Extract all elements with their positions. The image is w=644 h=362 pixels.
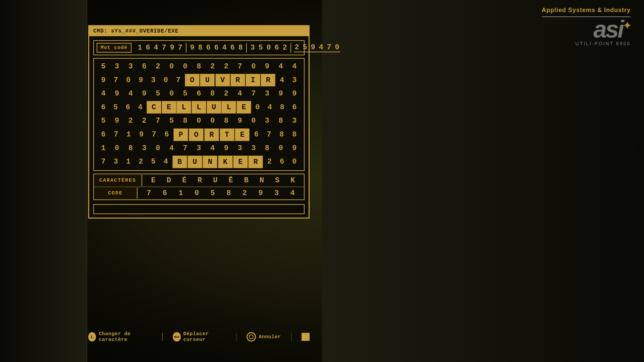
controls-separator-2 — [236, 333, 237, 341]
mot-code-group-2: 9 8 6 6 4 6 8 — [189, 44, 244, 52]
grid-cell: 5 — [97, 115, 109, 127]
grid-cell: 9 — [220, 142, 232, 154]
word-cell-E4: E — [233, 156, 248, 168]
grid-cell: 8 — [220, 115, 232, 127]
grid-cell: 6 — [97, 129, 109, 140]
mot-num: 9 — [310, 43, 316, 52]
char-val: B — [240, 176, 252, 185]
control-cancel: Annuler — [247, 332, 281, 342]
mot-num: 9 — [189, 44, 195, 52]
word-cell-U: U — [200, 74, 215, 86]
grid-row: 1 0 8 3 0 4 7 3 4 9 3 3 8 0 9 — [95, 142, 303, 155]
grid-cell: 6 — [193, 88, 205, 100]
grid-cell: 1 — [97, 142, 109, 154]
grid-cell: 3 — [147, 74, 159, 86]
grid-section: 5 3 3 6 2 0 0 8 2 2 7 0 9 4 4 9 7 0 9 3 … — [93, 58, 305, 171]
char-val: Ê — [225, 176, 237, 185]
word-cell-R: R — [230, 74, 245, 86]
asi-logo-container: Applied Systems & Industry asi✦ UTILI-PO… — [542, 7, 631, 46]
mot-num: 6 — [274, 44, 280, 52]
separator — [186, 43, 186, 53]
mot-num: 0 — [266, 44, 272, 52]
char-val: K — [287, 176, 299, 185]
grid-cell: 6 — [288, 102, 301, 113]
grid-cell: 0 — [248, 115, 260, 127]
separator — [246, 43, 247, 53]
word-cell-L1: L — [176, 101, 191, 114]
grid-cell: 3 — [110, 156, 122, 168]
grid-cell: 0 — [252, 102, 264, 113]
grid-cell: 4 — [288, 61, 301, 72]
grid-cell: 4 — [207, 142, 219, 154]
grid-cell: 7 — [248, 88, 260, 100]
mot-code-label: Mot codé — [97, 43, 131, 53]
grid-row: 5 9 2 2 7 5 8 0 0 8 9 0 3 8 3 — [95, 114, 303, 127]
grid-cell: 5 — [97, 61, 109, 72]
mot-num: 2 — [294, 43, 300, 52]
grid-cell: 0 — [207, 115, 219, 127]
cmd-label: CMD: — [93, 28, 107, 34]
char-val: R — [194, 176, 206, 185]
move-cursor-label: Déplacer curseur — [183, 331, 226, 343]
cancel-label: Annuler — [259, 334, 281, 340]
mot-code-numbers: 1 6 4 7 9 7 9 8 6 6 4 6 8 — [137, 43, 340, 53]
grid-cell: 2 — [152, 61, 164, 72]
cursor-indicator — [302, 333, 310, 341]
char-val: É — [178, 176, 190, 185]
grid-cell: 2 — [220, 88, 232, 100]
grid-cell: 3 — [248, 142, 260, 154]
grid-cell: 3 — [234, 142, 246, 154]
grid-cell: 8 — [275, 115, 287, 127]
mot-code-row: Mot codé 1 6 4 7 9 7 9 8 6 6 4 6 — [94, 41, 304, 55]
grid-cell: 3 — [124, 61, 137, 72]
grid-cell: 0 — [111, 142, 123, 154]
grid-cell: 9 — [275, 88, 287, 100]
code-row: CODE 7 6 1 0 5 8 2 9 3 4 — [94, 187, 304, 199]
grid-cell: 0 — [179, 61, 191, 72]
grid-cell: 9 — [234, 115, 246, 127]
mot-num: 4 — [221, 44, 227, 52]
mot-num: 7 — [161, 44, 167, 52]
grid-cell: 6 — [276, 156, 288, 168]
grid-cell: 5 — [179, 88, 191, 100]
grid-cell: 8 — [207, 88, 219, 100]
caracteres-label: CARACTÈRES — [94, 175, 142, 186]
word-cell-P: P — [173, 128, 188, 141]
word-cell-K: K — [218, 156, 233, 168]
word-cell-O: O — [185, 74, 200, 86]
grid-cell: 8 — [124, 142, 137, 154]
grid-cell: 5 — [166, 115, 178, 127]
grid-cell: 7 — [263, 129, 275, 140]
grid-cell: 5 — [152, 88, 164, 100]
grid-cell: 3 — [193, 142, 205, 154]
grid-cell: 4 — [134, 102, 146, 113]
asi-logo-text: asi✦ — [593, 19, 631, 40]
grid-cell: 8 — [193, 61, 205, 72]
grid-cell: 0 — [152, 142, 164, 154]
l-button-icon: L — [88, 332, 96, 342]
grid-cell: 6 — [138, 61, 150, 72]
grid-cell: 3 — [261, 88, 273, 100]
word-cell-L3: L — [221, 101, 236, 114]
char-val: E — [147, 176, 159, 185]
word-cell-R2: R — [261, 74, 275, 86]
asi-star-icon: ✦ — [623, 20, 631, 31]
word-cell-R3: R — [248, 156, 263, 168]
cmd-bar: CMD: sYs_###_OVERIDE/EXE — [89, 26, 309, 36]
grid-cell: 8 — [179, 115, 191, 127]
word-cell-U2: U — [187, 156, 202, 168]
mot-num: 7 — [326, 43, 332, 52]
word-cell-E3: E — [235, 128, 250, 141]
grid-cell: 4 — [97, 88, 109, 100]
code-val: 5 — [207, 189, 219, 197]
word-cell-T: T — [220, 128, 234, 141]
mot-num: 1 — [137, 44, 143, 52]
grid-row: 5 3 3 6 2 0 0 8 2 2 7 0 9 4 4 — [95, 60, 303, 73]
mot-num: 4 — [318, 43, 324, 52]
grid-cell: 9 — [261, 61, 273, 72]
grid-cell: 0 — [160, 74, 172, 86]
grid-cell: 6 — [250, 129, 262, 140]
mot-num: 2 — [282, 44, 288, 52]
grid-cell: 7 — [97, 156, 109, 168]
grid-cell: 9 — [135, 74, 147, 86]
